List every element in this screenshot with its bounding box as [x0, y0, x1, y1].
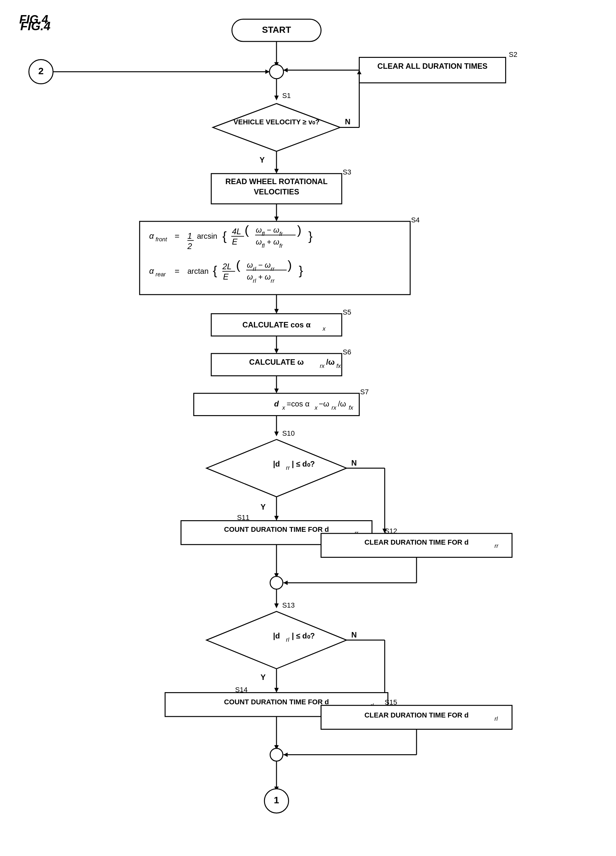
arcsin-text: arcsin — [197, 232, 217, 240]
s14-text: COUNT DURATION TIME FOR d — [224, 698, 329, 706]
alpha-rear-sub: rear — [155, 271, 166, 278]
s6-subscript-rx: rx — [320, 363, 325, 369]
s5-label: S5 — [343, 308, 351, 316]
s10-sub-rr: rr — [286, 465, 290, 471]
s3-text-line1: READ WHEEL ROTATIONAL — [226, 177, 327, 186]
s14-label: S14 — [235, 686, 247, 694]
2L: 2L — [222, 262, 232, 271]
s11-text-line1: COUNT DURATION TIME FOR d — [224, 525, 329, 533]
s10-text2: | ≤ d₀? — [292, 459, 315, 468]
n10-label: N — [351, 459, 357, 467]
s15-text: CLEAR DURATION TIME FOR d — [364, 711, 469, 719]
s7-sub-x2: x — [315, 405, 318, 411]
svg-marker-53 — [274, 604, 279, 608]
s7-minus: −ω — [319, 399, 329, 408]
s6-label: S6 — [343, 348, 351, 356]
svg-marker-6 — [265, 69, 269, 74]
s4-label: S4 — [411, 216, 420, 224]
s6-subscript-fx: fx — [336, 363, 341, 369]
svg-marker-28 — [274, 309, 279, 314]
page: FIG.4 START 2 CLEAR ALL DURATION TIMES S… — [0, 0, 616, 856]
svg-marker-50 — [284, 580, 288, 585]
s13-text2: | ≤ d₀? — [292, 631, 315, 640]
n1-label: N — [345, 117, 350, 126]
brace-open2: { — [213, 263, 217, 277]
svg-marker-34 — [274, 388, 279, 393]
arctan-text: arctan — [187, 267, 209, 276]
svg-marker-56 — [274, 688, 279, 693]
fig-label-svg: FIG.4 — [20, 19, 51, 33]
s3-text-line2: VELOCITIES — [254, 187, 299, 196]
y10-label: Y — [260, 503, 266, 511]
two1: 2 — [187, 242, 192, 251]
svg-marker-66 — [284, 753, 288, 757]
eq-equals1: = — [175, 231, 180, 240]
svg-marker-14 — [274, 169, 279, 174]
brace-close2: } — [299, 263, 303, 277]
svg-marker-40 — [274, 516, 279, 521]
s10-text: |d — [273, 459, 280, 468]
E2: E — [223, 272, 229, 281]
svg-point-67 — [270, 748, 283, 761]
s7-text: d — [274, 399, 279, 408]
paren-close1: ) — [297, 223, 301, 237]
svg-marker-9 — [284, 68, 288, 72]
brace-open1: { — [222, 229, 226, 243]
flowchart: START 2 CLEAR ALL DURATION TIMES S2 — [0, 6, 616, 855]
svg-point-3 — [269, 65, 284, 79]
s12-label: S12 — [385, 527, 397, 535]
s3-label: S3 — [343, 168, 351, 176]
eq-equals2: = — [175, 266, 180, 276]
s10-label: S10 — [282, 429, 295, 437]
svg-marker-11 — [274, 95, 279, 100]
y13-label: Y — [260, 673, 266, 682]
s13-text: |d — [273, 631, 280, 640]
s12-sub-rr: rr — [495, 543, 499, 549]
s7-sub-x: x — [282, 405, 286, 411]
paren-close2: ) — [288, 258, 292, 272]
E1: E — [232, 237, 238, 246]
4L: 4L — [232, 227, 241, 236]
s7-divom: /ω — [338, 399, 346, 408]
s5-text: CALCULATE cos α — [243, 320, 311, 329]
s6-slash: /ω — [326, 358, 335, 366]
s5-subscript-x: x — [323, 325, 326, 332]
s2-label: S2 — [509, 51, 518, 59]
alpha-front-sub: front — [155, 236, 167, 243]
svg-marker-12 — [213, 103, 340, 151]
s7-sub-rx: rx — [332, 405, 336, 411]
alpha-rear-eq: α — [149, 266, 154, 276]
alpha-front-eq: α — [149, 231, 154, 240]
s11-label: S11 — [237, 513, 250, 522]
s7-label: S7 — [360, 388, 369, 396]
s12-text: CLEAR DURATION TIME FOR d — [364, 538, 469, 546]
s13-sub-rl: rl — [286, 637, 290, 643]
svg-marker-37 — [274, 431, 279, 436]
start-label: START — [262, 25, 291, 35]
s15-sub-rl: rl — [495, 716, 498, 722]
s15-label: S15 — [385, 698, 397, 706]
half: 1 — [187, 231, 192, 240]
s2-text: CLEAR ALL DURATION TIMES — [377, 62, 487, 70]
n13-label: N — [351, 630, 357, 639]
paren-open2: ( — [236, 258, 240, 272]
s6-text-part1: CALCULATE ω — [249, 358, 304, 366]
svg-marker-20 — [274, 217, 279, 222]
node2-label: 2 — [38, 66, 44, 76]
brace-close1: } — [308, 229, 312, 243]
y1-label: Y — [260, 155, 265, 164]
s7-sub-fx: fx — [349, 405, 353, 411]
s1-text-line1: VEHICLE VELOCITY ≥ v₀? — [233, 118, 320, 126]
svg-point-51 — [270, 576, 283, 589]
node1-label: 1 — [274, 794, 280, 805]
s1-label: S1 — [282, 92, 291, 100]
s13-label: S13 — [282, 601, 295, 609]
paren-open1: ( — [245, 223, 249, 237]
svg-marker-31 — [274, 349, 279, 353]
s7-eq: =cos α — [287, 399, 310, 408]
